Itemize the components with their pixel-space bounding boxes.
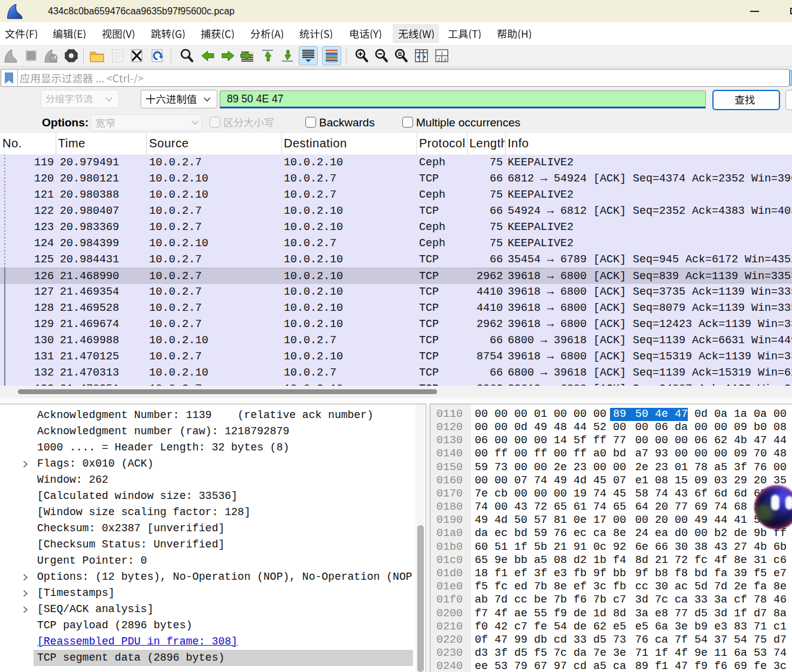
svg-text:1: 1 bbox=[441, 50, 444, 56]
svg-text:0111: 0111 bbox=[114, 57, 121, 61]
svg-text:2: 2 bbox=[438, 57, 441, 62]
svg-text:3: 3 bbox=[444, 57, 447, 62]
